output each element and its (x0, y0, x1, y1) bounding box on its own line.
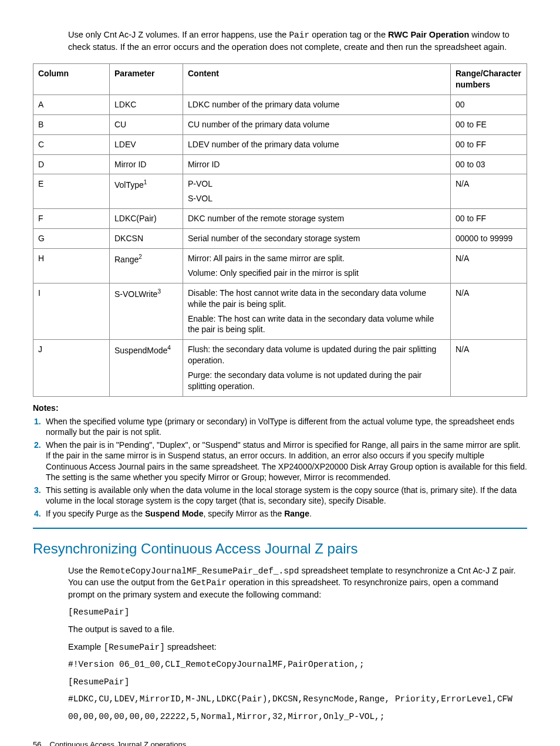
intro-bold: RWC Pair Operation (388, 30, 469, 39)
notes-section: Notes: When the specified volume type (p… (33, 403, 527, 529)
note4-c: . (309, 509, 312, 518)
cell-content: DKC number of the remote storage system (183, 209, 451, 229)
cell-range: 00000 to 99999 (451, 229, 527, 249)
header-content: Content (183, 64, 451, 95)
cell-parameter: Mirror ID (110, 154, 183, 174)
table-row: ALDKCLDKC number of the primary data vol… (33, 94, 527, 114)
cell-column: D (33, 154, 110, 174)
sec-p3b: spreadsheet: (165, 642, 217, 652)
content-line: DKC number of the remote storage system (188, 213, 446, 224)
intro-text-a: Use only Cnt Ac-J Z volumes. If an error… (68, 30, 289, 39)
cell-content: Flush: the secondary data volume is upda… (183, 340, 451, 397)
cell-column: B (33, 114, 110, 134)
sec-p2: The output is saved to a file. (68, 624, 527, 636)
content-line: LDKC number of the primary data volume (188, 99, 446, 110)
table-row: DMirror IDMirror ID00 to 03 (33, 154, 527, 174)
sec-p1a: Use the (68, 566, 100, 575)
sec-p3code: [ResumePair] (103, 643, 164, 652)
code-version: #!Version 06_01_00,CLI_RemoteCopyJournal… (68, 659, 527, 671)
cell-column: J (33, 340, 110, 397)
cell-parameter: SuspendMode4 (110, 340, 183, 397)
cell-parameter: LDKC (110, 94, 183, 114)
sec-p1code1: RemoteCopyJournalMF_ResumePair_def_.spd (100, 566, 299, 576)
table-row: BCUCU number of the primary data volume0… (33, 114, 527, 134)
cell-content: Mirror: All pairs in the same mirror are… (183, 249, 451, 283)
table-header-row: Column Parameter Content Range/Character… (33, 64, 527, 95)
page-number: 56 (33, 740, 41, 746)
footnote-ref: 3 (157, 288, 161, 295)
cell-range: 00 to 03 (451, 154, 527, 174)
note4-bold1: Suspend Mode (145, 509, 204, 518)
cell-parameter: CU (110, 114, 183, 134)
table-row: CLDEVLDEV number of the primary data vol… (33, 134, 527, 154)
content-line: Enable: The host can write data in the s… (188, 313, 446, 336)
cell-column: C (33, 134, 110, 154)
content-line: Volume: Only specified pair in the mirro… (188, 268, 446, 279)
note-item: This setting is available only when the … (33, 485, 527, 506)
cell-content: Disable: The host cannot write data in t… (183, 283, 451, 340)
cell-content: Serial number of the secondary storage s… (183, 229, 451, 249)
note4-bold2: Range (284, 509, 309, 518)
cell-parameter: DKCSN (110, 229, 183, 249)
cell-content: LDKC number of the primary data volume (183, 94, 451, 114)
cell-range: N/A (451, 174, 527, 209)
sec-p1code2: GetPair (191, 578, 227, 588)
content-line: S-VOL (188, 193, 446, 204)
table-row: JSuspendMode4Flush: the secondary data v… (33, 340, 527, 397)
table-row: EVolType1P-VOLS-VOLN/A (33, 174, 527, 209)
notes-header: Notes: (33, 403, 527, 414)
sec-p3a: Example (68, 642, 103, 652)
cell-parameter: VolType1 (110, 174, 183, 209)
cell-column: I (33, 283, 110, 340)
cell-content: LDEV number of the primary data volume (183, 134, 451, 154)
cell-range: N/A (451, 340, 527, 397)
intro-code: Pair (289, 31, 309, 40)
code-header-line: #LDKC,CU,LDEV,MirrorID,M-JNL,LDKC(Pair),… (68, 694, 527, 706)
cell-range: N/A (451, 249, 527, 283)
cell-range: 00 to FF (451, 209, 527, 229)
table-row: FLDKC(Pair)DKC number of the remote stor… (33, 209, 527, 229)
content-line: Disable: The host cannot write data in t… (188, 288, 446, 310)
table-row: HRange2Mirror: All pairs in the same mir… (33, 249, 527, 283)
content-line: Serial number of the secondary storage s… (188, 233, 446, 244)
header-range: Range/Character numbers (451, 64, 527, 95)
cell-content: Mirror ID (183, 154, 451, 174)
cell-column: A (33, 94, 110, 114)
code-resumepair-2: [ResumePair] (68, 677, 527, 688)
cell-range: N/A (451, 283, 527, 340)
note-item: When the specified volume type (primary … (33, 416, 527, 437)
content-line: LDEV number of the primary data volume (188, 139, 446, 150)
note4-a: If you specify Purge as the (46, 509, 145, 518)
cell-column: G (33, 229, 110, 249)
cell-content: P-VOLS-VOL (183, 174, 451, 209)
note-item: If you specify Purge as the Suspend Mode… (33, 508, 527, 519)
cell-column: F (33, 209, 110, 229)
cell-range: 00 (451, 94, 527, 114)
page-footer: 56Continuous Access Journal Z operations (33, 740, 527, 746)
cell-range: 00 to FE (451, 114, 527, 134)
cell-column: E (33, 174, 110, 209)
header-parameter: Parameter (110, 64, 183, 95)
parameter-table: Column Parameter Content Range/Character… (33, 63, 527, 397)
footnote-ref: 4 (167, 345, 171, 351)
cell-parameter: S-VOLWrite3 (110, 283, 183, 340)
footnote-ref: 2 (139, 254, 142, 260)
content-line: Flush: the secondary data volume is upda… (188, 344, 446, 366)
note4-b: , specify Mirror as the (203, 509, 284, 518)
cell-range: 00 to FF (451, 134, 527, 154)
footnote-ref: 1 (144, 179, 147, 185)
intro-text-b: operation tag or the (309, 30, 388, 39)
content-line: Purge: the secondary data volume is not … (188, 370, 446, 392)
cell-column: H (33, 249, 110, 283)
content-line: Mirror ID (188, 159, 446, 170)
table-row: IS-VOLWrite3Disable: The host cannot wri… (33, 283, 527, 340)
cell-parameter: LDKC(Pair) (110, 209, 183, 229)
cell-parameter: LDEV (110, 134, 183, 154)
footer-title: Continuous Access Journal Z operations (49, 740, 186, 746)
cell-parameter: Range2 (110, 249, 183, 283)
code-data-line: 00,00,00,00,00,00,22222,5,Normal,Mirror,… (68, 711, 527, 723)
section-heading: Resynchronizing Continuous Access Journa… (33, 539, 527, 558)
header-column: Column (33, 64, 110, 95)
intro-paragraph: Use only Cnt Ac-J Z volumes. If an error… (68, 29, 527, 53)
content-line: P-VOL (188, 178, 446, 190)
